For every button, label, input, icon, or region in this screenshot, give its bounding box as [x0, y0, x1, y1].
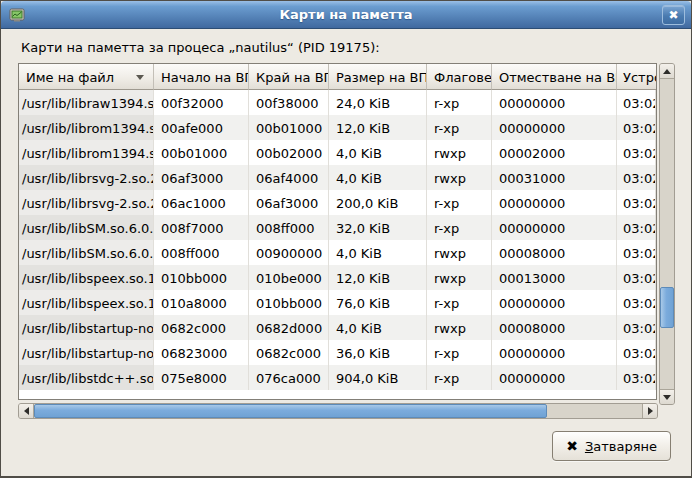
column-header-label: Размер на ВП — [336, 70, 427, 85]
table-row[interactable]: /usr/lib/libspeex.so.1010bb000010be00012… — [19, 265, 656, 290]
table-cell: 03:02 — [617, 140, 656, 165]
table-cell: 008ff000 — [249, 215, 329, 240]
table-cell: rwxp — [427, 315, 492, 340]
table-cell: /usr/lib/libSM.so.6.0.0 — [19, 240, 154, 265]
horizontal-scrollbar-thumb[interactable] — [34, 404, 547, 418]
table-header-row: Име на файлНачало на ВПКрай на ВПРазмер … — [19, 64, 656, 90]
close-button[interactable]: ✖ Затваряне — [552, 431, 671, 461]
table-cell: 00000000 — [492, 290, 617, 315]
scroll-down-button[interactable] — [660, 389, 674, 404]
table-cell: 00b01000 — [154, 140, 249, 165]
table-row[interactable]: /usr/lib/librom1394.so00afe00000b0100012… — [19, 115, 656, 140]
table-cell: 24,0 KiB — [329, 90, 427, 115]
table-cell: 03:02 — [617, 90, 656, 115]
table-cell: 03:02 — [617, 240, 656, 265]
table-cell: /usr/lib/librom1394.so — [19, 140, 154, 165]
table-cell: 00000000 — [492, 215, 617, 240]
table-cell: /usr/lib/libspeex.so.1 — [19, 265, 154, 290]
table-cell: 00000000 — [492, 365, 617, 390]
table-cell: /usr/lib/libraw1394.so — [19, 90, 154, 115]
table-cell: 0682d000 — [249, 315, 329, 340]
memory-maps-dialog: Карти на паметта ✖ Карти на паметта за п… — [0, 0, 692, 478]
table-cell: 0682c000 — [249, 340, 329, 365]
titlebar-close-button[interactable]: ✖ — [662, 5, 685, 25]
table-row[interactable]: /usr/lib/librsvg-2.so.206af300006af40004… — [19, 165, 656, 190]
table-cell: 4,0 KiB — [329, 315, 427, 340]
table-row[interactable]: /usr/lib/libstartup-not068230000682c0003… — [19, 340, 656, 365]
table-cell: 06823000 — [154, 340, 249, 365]
sort-descending-icon — [136, 75, 144, 80]
table-cell: 00b01000 — [249, 115, 329, 140]
table-cell: rwxp — [427, 265, 492, 290]
table-cell: 200,0 KiB — [329, 190, 427, 215]
table-cell: 008ff000 — [154, 240, 249, 265]
table-cell: 075e8000 — [154, 365, 249, 390]
table-cell: 12,0 KiB — [329, 115, 427, 140]
column-header-label: Начало на ВП — [161, 70, 249, 85]
table-row[interactable]: /usr/lib/libraw1394.so00f3200000f3800024… — [19, 90, 656, 115]
table-cell: 00900000 — [249, 240, 329, 265]
vertical-scrollbar-thumb[interactable] — [660, 287, 674, 328]
table-row[interactable]: /usr/lib/librom1394.so00b0100000b020004,… — [19, 140, 656, 165]
table-cell: 0682c000 — [154, 315, 249, 340]
table-cell: 00afe000 — [154, 115, 249, 140]
table-cell: r-xp — [427, 365, 492, 390]
window-title: Карти на паметта — [1, 7, 691, 22]
table-cell: 00000000 — [492, 340, 617, 365]
process-description: Карти на паметта за процеса „nautilus“ (… — [21, 40, 380, 55]
table-row[interactable]: /usr/lib/libSM.so.6.0.0008f7000008ff0003… — [19, 215, 656, 240]
column-header-6[interactable]: Устройство — [617, 64, 656, 90]
table-row[interactable]: /usr/lib/libSM.so.6.0.0008ff000009000004… — [19, 240, 656, 265]
close-button-icon: ✖ — [566, 439, 578, 453]
table-cell: 00013000 — [492, 265, 617, 290]
table-cell: 00f32000 — [154, 90, 249, 115]
table-row[interactable]: /usr/lib/librsvg-2.so.206ac100006af30002… — [19, 190, 656, 215]
table-cell: 904,0 KiB — [329, 365, 427, 390]
table-cell: /usr/lib/libspeex.so.1 — [19, 290, 154, 315]
column-header-4[interactable]: Флагове — [427, 64, 492, 90]
table-cell: 00b02000 — [249, 140, 329, 165]
column-header-3[interactable]: Размер на ВП — [329, 64, 427, 90]
table-cell: 76,0 KiB — [329, 290, 427, 315]
table-body: /usr/lib/libraw1394.so00f3200000f3800024… — [19, 90, 656, 390]
table-row[interactable]: /usr/lib/libstartup-not0682c0000682d0004… — [19, 315, 656, 340]
horizontal-scrollbar-trough[interactable] — [34, 404, 642, 418]
table-cell: 03:02 — [617, 315, 656, 340]
table-cell: /usr/lib/libstdc++.so.6 — [19, 365, 154, 390]
table-cell: 12,0 KiB — [329, 265, 427, 290]
table-cell: 00000000 — [492, 190, 617, 215]
table-cell: 06ac1000 — [154, 190, 249, 215]
table-cell: 00002000 — [492, 140, 617, 165]
scroll-up-button[interactable] — [660, 64, 674, 79]
column-header-2[interactable]: Край на ВП — [249, 64, 329, 90]
horizontal-scrollbar[interactable] — [18, 403, 658, 419]
table-cell: 4,0 KiB — [329, 165, 427, 190]
table-cell: 00031000 — [492, 165, 617, 190]
table-cell: /usr/lib/libstartup-not — [19, 315, 154, 340]
close-icon: ✖ — [668, 8, 678, 22]
column-header-0[interactable]: Име на файл — [19, 64, 154, 90]
arrow-down-icon — [663, 395, 671, 400]
table-cell: 010a8000 — [154, 290, 249, 315]
table-cell: 03:02 — [617, 215, 656, 240]
table-cell: 010bb000 — [249, 290, 329, 315]
column-header-label: Име на файл — [26, 70, 114, 85]
arrow-right-icon — [648, 407, 653, 415]
scroll-right-button[interactable] — [642, 404, 657, 418]
table-cell: 4,0 KiB — [329, 140, 427, 165]
table-row[interactable]: /usr/lib/libspeex.so.1010a8000010bb00076… — [19, 290, 656, 315]
arrow-left-icon — [24, 407, 29, 415]
table-cell: 03:02 — [617, 365, 656, 390]
table-cell: 4,0 KiB — [329, 240, 427, 265]
column-header-label: Край на ВП — [256, 70, 329, 85]
table-row[interactable]: /usr/lib/libstdc++.so.6075e8000076ca0009… — [19, 365, 656, 390]
column-header-1[interactable]: Начало на ВП — [154, 64, 249, 90]
column-header-5[interactable]: Отместване на ВП — [492, 64, 617, 90]
vertical-scrollbar-trough[interactable] — [660, 79, 674, 389]
vertical-scrollbar[interactable] — [659, 63, 675, 405]
titlebar[interactable]: Карти на паметта ✖ — [1, 1, 691, 29]
table-cell: r-xp — [427, 290, 492, 315]
scroll-left-button[interactable] — [19, 404, 34, 418]
table-cell: rwxp — [427, 140, 492, 165]
table-cell: 00000000 — [492, 115, 617, 140]
